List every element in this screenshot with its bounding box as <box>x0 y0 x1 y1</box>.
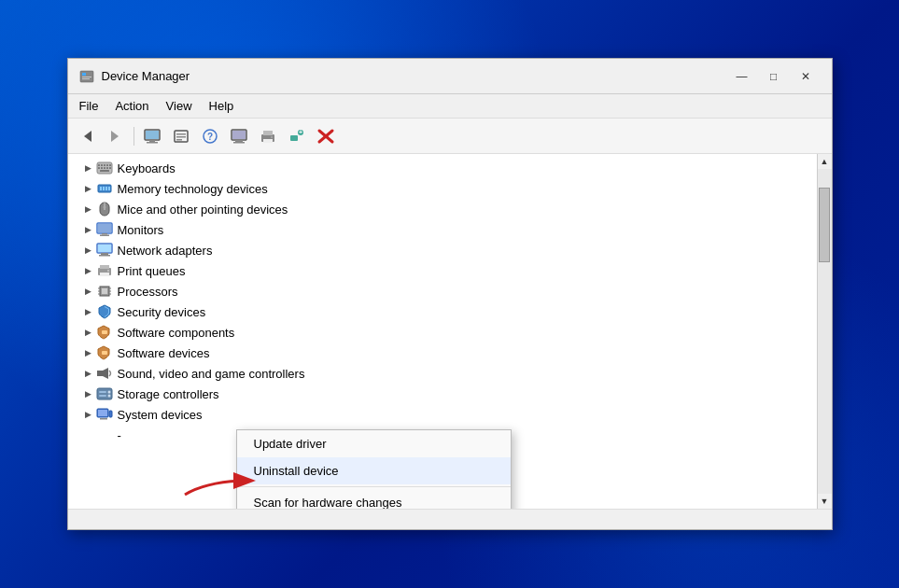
titlebar: Device Manager — □ ✕ <box>68 59 832 94</box>
chevron-icon: ▶ <box>83 306 94 317</box>
computer-icon <box>143 128 162 145</box>
minimize-button[interactable]: — <box>727 66 757 87</box>
tree-item-network[interactable]: ▶ Network adapters <box>68 240 817 260</box>
tree-item-system[interactable]: ▶ System devices <box>68 404 817 425</box>
chevron-icon: ▶ <box>83 368 94 379</box>
scroll-down-arrow[interactable]: ▼ <box>817 494 832 509</box>
add-driver-button[interactable]: + <box>284 124 310 148</box>
tree-item-security[interactable]: ▶ Security devices <box>68 301 817 322</box>
svg-rect-71 <box>97 371 103 376</box>
tree-item-mice[interactable]: ▶ Mice and other pointing devices <box>68 199 817 219</box>
print-queues-icon <box>96 262 113 279</box>
svg-rect-62 <box>102 288 107 294</box>
statusbar <box>68 509 832 529</box>
chevron-icon: ▶ <box>83 409 94 420</box>
context-menu-separator <box>237 486 511 487</box>
svg-rect-12 <box>176 136 186 138</box>
svg-rect-54 <box>98 245 111 252</box>
svg-rect-33 <box>106 164 108 166</box>
print-button[interactable] <box>255 124 281 148</box>
svg-marker-72 <box>103 368 108 379</box>
chevron-icon: ▶ <box>83 347 94 358</box>
svg-rect-73 <box>97 388 112 399</box>
svg-rect-80 <box>109 411 112 417</box>
mice-label: Mice and other pointing devices <box>118 203 288 217</box>
software-devices-icon <box>96 344 113 361</box>
svg-rect-74 <box>99 391 106 393</box>
svg-rect-45 <box>108 187 110 190</box>
svg-rect-81 <box>100 418 107 420</box>
tree-item-keyboards[interactable]: ▶ <box>68 158 817 178</box>
remove-button[interactable] <box>313 124 339 148</box>
svg-rect-35 <box>98 167 100 169</box>
svg-marker-4 <box>84 131 91 142</box>
computer-view-button[interactable] <box>139 124 165 148</box>
tree-item-monitors[interactable]: ▶ Monitors <box>68 219 817 240</box>
content-area: ▶ <box>68 154 832 509</box>
svg-rect-31 <box>101 164 103 166</box>
chevron-icon: ▶ <box>83 388 94 399</box>
menu-view[interactable]: View <box>159 97 200 115</box>
display-button[interactable] <box>226 124 252 148</box>
memory-icon <box>96 180 113 197</box>
menu-file[interactable]: File <box>72 97 106 115</box>
tree-item-processors[interactable]: ▶ Processors <box>68 281 817 301</box>
svg-rect-13 <box>176 139 182 141</box>
monitor-icon <box>96 221 113 238</box>
software-devices-label: Software devices <box>118 346 210 360</box>
tree-item-storage[interactable]: ▶ Storage controllers <box>68 384 817 404</box>
chevron-icon: ▶ <box>83 224 94 235</box>
scroll-thumb[interactable] <box>819 188 830 262</box>
scroll-up-arrow[interactable]: ▲ <box>817 154 832 169</box>
chevron-icon: ▶ <box>83 183 94 194</box>
network-icon <box>96 242 113 259</box>
forward-button[interactable] <box>103 124 129 148</box>
scroll-track[interactable] <box>818 169 832 494</box>
menu-help[interactable]: Help <box>202 97 242 115</box>
network-label: Network adapters <box>118 244 213 258</box>
context-menu-scan[interactable]: Scan for hardware changes <box>237 489 511 509</box>
titlebar-left: Device Manager <box>79 69 190 84</box>
svg-rect-55 <box>101 253 108 255</box>
svg-point-77 <box>107 395 110 398</box>
context-menu-uninstall[interactable]: Uninstall device <box>237 457 511 484</box>
context-menu-update-driver[interactable]: Update driver <box>237 430 511 457</box>
tree-item-memory[interactable]: ▶ Memory technology devices <box>68 178 817 199</box>
maximize-button[interactable]: □ <box>759 66 789 87</box>
back-button[interactable] <box>74 124 100 148</box>
remove-icon <box>316 128 335 145</box>
svg-rect-79 <box>98 410 107 416</box>
svg-rect-70 <box>102 351 107 355</box>
svg-rect-50 <box>98 224 111 232</box>
resources-button[interactable] <box>168 124 194 148</box>
chevron-icon: ▶ <box>83 265 94 276</box>
window-icon <box>79 69 94 84</box>
chevron-icon: ▶ <box>83 203 94 215</box>
menu-action[interactable]: Action <box>107 97 156 115</box>
svg-rect-40 <box>100 170 109 172</box>
display-icon <box>230 128 248 145</box>
svg-rect-39 <box>109 167 111 169</box>
toolbar-sep-1 <box>133 127 134 146</box>
close-button[interactable]: ✕ <box>791 66 821 87</box>
tree-item-software-components[interactable]: ▶ Software components <box>68 322 817 343</box>
sound-label: Sound, video and game controllers <box>118 367 305 381</box>
svg-text:?: ? <box>207 132 213 142</box>
svg-rect-1 <box>82 73 86 76</box>
print-label: Print queues <box>118 264 186 278</box>
chevron-icon: ▶ <box>83 245 94 256</box>
back-icon <box>78 128 95 145</box>
tree-item-sound[interactable]: ▶ Sound, video and game controllers <box>68 363 817 384</box>
tree-item-software-devices[interactable]: ▶ Software devices <box>68 343 817 363</box>
dash-label: - <box>118 428 121 442</box>
svg-text:+: + <box>299 129 302 135</box>
forward-icon <box>107 128 124 145</box>
tree-item-print[interactable]: ▶ Print queues <box>68 260 817 281</box>
scrollbar[interactable]: ▲ ▼ <box>817 154 832 509</box>
device-manager-window: Device Manager — □ ✕ File Action View He… <box>67 58 833 530</box>
svg-rect-17 <box>232 131 246 139</box>
help-button[interactable]: ? <box>197 124 223 148</box>
svg-rect-43 <box>103 187 105 190</box>
svg-rect-30 <box>98 164 100 166</box>
svg-rect-32 <box>104 164 105 166</box>
